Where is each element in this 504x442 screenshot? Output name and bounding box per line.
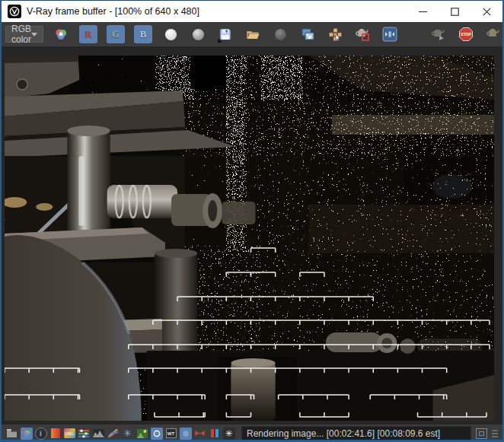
curves-icon[interactable] xyxy=(107,428,120,440)
sphere-dim-icon[interactable] xyxy=(271,25,289,43)
render-last-icon[interactable] xyxy=(429,25,448,43)
titlebar: V-Ray frame buffer - [100% of 640 x 480] xyxy=(2,1,502,22)
channel-dropdown-value: RGB color xyxy=(11,24,31,45)
layers-icon[interactable] xyxy=(6,428,18,440)
close-button[interactable] xyxy=(471,1,502,22)
vray-logo-icon xyxy=(8,5,21,18)
white-balance-icon[interactable]: WT xyxy=(165,428,177,440)
red-channel-label: R xyxy=(85,28,91,40)
info-glyph: i xyxy=(40,429,42,437)
whites-sphere-icon[interactable] xyxy=(161,25,180,43)
stereo-icon[interactable] xyxy=(209,428,221,440)
denoiser-icon[interactable]: ✳ xyxy=(223,428,235,440)
info-icon[interactable]: i xyxy=(35,428,47,440)
render-icon[interactable] xyxy=(484,25,502,43)
lens-effects-icon[interactable] xyxy=(151,428,163,440)
blue-channel-label: B xyxy=(140,28,147,40)
rgb-channels-icon[interactable] xyxy=(52,25,70,43)
render-last-region-icon[interactable] xyxy=(353,25,372,43)
save-image-icon[interactable] xyxy=(216,25,234,43)
hsl-icon[interactable]: HSL xyxy=(64,428,76,440)
red-channel-toggle[interactable]: R xyxy=(79,25,97,43)
exposure-icon[interactable] xyxy=(49,428,62,440)
save-options-arrow xyxy=(218,38,222,43)
copy-to-host-frame-buffer-icon[interactable] xyxy=(298,25,317,43)
hsl-label: HSL xyxy=(65,431,75,436)
color-wheel-icon[interactable] xyxy=(21,428,33,440)
maximize-button[interactable] xyxy=(439,1,471,22)
blue-channel-toggle[interactable]: B xyxy=(134,25,152,43)
region-render-icon[interactable] xyxy=(326,25,344,43)
dock-icon[interactable] xyxy=(476,428,487,439)
stop-render-icon[interactable]: STOP xyxy=(457,25,475,43)
pixel-aspect-icon[interactable] xyxy=(194,428,206,440)
lut-icon[interactable]: ✳ xyxy=(122,428,134,440)
stop-label: STOP xyxy=(461,32,472,37)
statusbar: i HSL ✳ xyxy=(2,425,502,442)
compare-images-icon[interactable] xyxy=(381,25,399,43)
grays-sphere-icon[interactable] xyxy=(189,25,207,43)
color-balance-icon[interactable] xyxy=(78,428,91,440)
render-status-text: Rendering image... [00:02:41.6] [00:08:0… xyxy=(241,426,471,440)
resize-grip-icon[interactable] xyxy=(492,430,498,437)
green-channel-label: G xyxy=(112,28,120,40)
open-image-icon[interactable] xyxy=(244,25,262,43)
render-image[interactable] xyxy=(5,56,494,421)
minimize-button[interactable] xyxy=(407,1,439,22)
window-title: V-Ray frame buffer - [100% of 640 x 480] xyxy=(27,6,199,17)
window-controls xyxy=(407,1,502,22)
chevron-down-icon xyxy=(31,33,37,37)
green-channel-toggle[interactable]: G xyxy=(107,25,125,43)
icc-profile-icon[interactable] xyxy=(180,428,192,440)
vray-frame-buffer-window: V-Ray frame buffer - [100% of 640 x 480]… xyxy=(0,0,504,442)
render-viewport xyxy=(2,46,502,425)
channel-dropdown[interactable]: RGB color xyxy=(5,26,43,43)
background-image-icon[interactable] xyxy=(136,428,148,440)
toolbar: RGB color R G B xyxy=(2,22,502,46)
histogram-icon[interactable] xyxy=(93,428,105,440)
white-balance-label: WT xyxy=(167,431,174,436)
